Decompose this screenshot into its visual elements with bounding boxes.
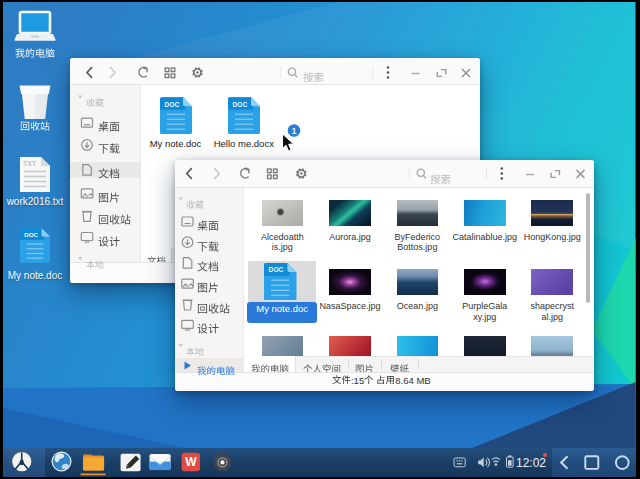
svg-text:DOC: DOC [232, 100, 247, 107]
svg-text:DOC: DOC [164, 100, 179, 107]
svg-text:1: 1 [291, 126, 296, 136]
svg-text:DOC: DOC [269, 266, 284, 273]
svg-text:TXT: TXT [23, 160, 37, 167]
svg-text:DOC: DOC [24, 231, 38, 238]
svg-text:W: W [185, 455, 197, 469]
